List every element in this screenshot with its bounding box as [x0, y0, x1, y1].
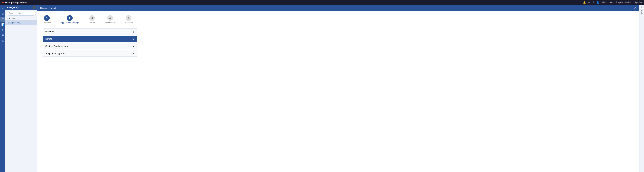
step-2-label: Application Settings	[61, 22, 79, 24]
step-1-label: Resource	[43, 22, 51, 24]
accordion-scripts-header[interactable]: Scripts ∨	[43, 36, 137, 42]
details-label: Details	[641, 10, 643, 15]
accordion-scripts-chevron: ∨	[133, 37, 135, 40]
rail-shield-icon[interactable]: 🛡	[0, 17, 5, 22]
sidebar-db-badge[interactable]: ▼	[32, 6, 36, 9]
accordion-snapshot-copy: Snapshot Copy Tool ∨	[43, 50, 137, 57]
accordion-custom-configs-header[interactable]: Custom Configurations ∨	[43, 43, 137, 49]
sidebar-header: PostgreSQL ▼	[6, 5, 37, 10]
accordion-custom-configs: Custom Configurations ∨	[43, 43, 137, 50]
step-3-label: Policies	[89, 22, 95, 24]
list-icon: ≡	[7, 18, 8, 20]
accordion-backups: Backups ∨	[43, 28, 137, 35]
step-connector-4	[115, 18, 125, 18]
top-bar: ▶ NetApp SnapCenter® 🔔 ✉ ? 👤 administrat…	[0, 0, 644, 5]
accordion-custom-configs-label: Custom Configurations	[45, 45, 68, 48]
step-5-circle[interactable]: 5	[126, 15, 132, 21]
step-connector-1	[51, 18, 61, 18]
details-icon: ℹ	[641, 6, 642, 9]
help-icon[interactable]: ?	[592, 1, 594, 4]
step-4-circle[interactable]: 4	[107, 15, 113, 21]
accordion-snapshot-copy-header[interactable]: Snapshot Copy Tool ∨	[43, 50, 137, 56]
sidebar: PostgreSQL ▼ ≡ ⚑ Name postgres_5432	[6, 5, 38, 172]
rail-collapse-icon[interactable]: ‹	[0, 6, 5, 11]
step-5-group: 5 Summary	[125, 15, 133, 24]
notifications-icon[interactable]: 🔔	[583, 1, 586, 4]
rail-alert-icon[interactable]: ⚠	[0, 38, 5, 43]
main-layout: ‹ ⊞ 🛡 📊 ⚙ ☰ ⚠ PostgreSQL ▼ ≡ ⚑ Name post…	[0, 5, 644, 172]
accordion-backups-label: Backups	[45, 30, 54, 33]
top-bar-left: ▶ NetApp SnapCenter®	[2, 1, 27, 4]
icon-rail: ‹ ⊞ 🛡 📊 ⚙ ☰ ⚠	[0, 5, 6, 172]
accordion-snapshot-copy-chevron: ∨	[133, 52, 135, 55]
accordion-container: Backups ∨ Scripts ∨ Custom Configuration…	[43, 28, 137, 57]
step-1-group: 1 Resource	[43, 15, 51, 24]
sidebar-table-header: ≡ ⚑ Name	[6, 17, 37, 20]
flag-icon: ⚑	[9, 18, 10, 20]
sidebar-col-icons: ≡ ⚑	[7, 18, 10, 20]
sidebar-db-type: PostgreSQL	[7, 6, 20, 8]
rail-nodes-icon[interactable]: ⚙	[0, 28, 5, 32]
sidebar-item-postgres[interactable]: postgres_5432	[6, 20, 37, 25]
rail-list-icon[interactable]: ☰	[0, 33, 5, 38]
username: administrator	[602, 1, 613, 4]
accordion-scripts-label: Scripts	[45, 38, 52, 40]
breadcrumb: Cluster - Protect	[40, 7, 56, 9]
user-icon: 👤	[596, 1, 599, 4]
top-bar-right: 🔔 ✉ ? 👤 administrator SnapCenterAdmin Si…	[583, 1, 642, 4]
step-4-label: Notification	[105, 22, 114, 24]
content-area: Cluster - Protect ✕ 1 Resource 2	[38, 5, 639, 172]
step-2-group: 2 Application Settings	[61, 15, 79, 24]
step-1-circle[interactable]: 1	[44, 15, 50, 21]
content-header: Cluster - Protect ✕	[38, 5, 639, 11]
details-panel: ℹ Details	[639, 5, 644, 172]
step-4-group: 4 Notification	[105, 15, 114, 24]
accordion-snapshot-copy-label: Snapshot Copy Tool	[45, 52, 65, 55]
accordion-backups-header[interactable]: Backups ∨	[43, 28, 137, 35]
accordion-scripts: Scripts ∨	[43, 36, 137, 42]
brand-name: NetApp SnapCenter®	[5, 1, 27, 4]
search-input[interactable]	[7, 11, 36, 16]
instance-name[interactable]: SnapCenterAdmin	[616, 1, 632, 4]
step-3-circle[interactable]: 3	[89, 15, 95, 21]
step-3-group: 3 Policies	[89, 15, 95, 24]
step-connector-3	[95, 18, 105, 18]
accordion-backups-chevron: ∨	[133, 30, 135, 33]
step-2-circle[interactable]: 2	[67, 15, 73, 21]
signout-link[interactable]: Sign Out	[634, 1, 642, 4]
rail-apps-icon[interactable]: ⊞	[0, 12, 5, 16]
search-wrap	[6, 10, 37, 17]
netapp-logo-icon: ▶	[2, 1, 4, 4]
step-connector-2	[79, 18, 89, 18]
app-logo: ▶ NetApp SnapCenter®	[2, 1, 27, 4]
wizard-steps: 1 Resource 2 Application Settings 3	[43, 15, 634, 24]
content-body: 1 Resource 2 Application Settings 3	[38, 11, 639, 172]
close-button[interactable]: ✕	[634, 6, 636, 10]
rail-chart-icon[interactable]: 📊	[0, 22, 5, 27]
mail-icon[interactable]: ✉	[588, 1, 590, 4]
step-5-label: Summary	[125, 22, 133, 24]
accordion-custom-configs-chevron: ∨	[133, 44, 135, 48]
sidebar-col-name: Name	[12, 18, 16, 20]
